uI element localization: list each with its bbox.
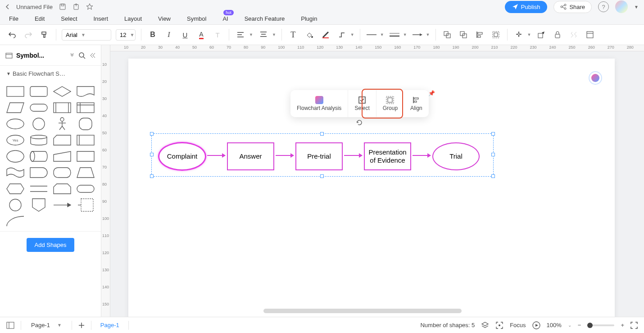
shape-display2[interactable] bbox=[52, 166, 72, 179]
menu-insert[interactable]: Insert bbox=[94, 15, 109, 22]
menu-edit[interactable]: Edit bbox=[35, 15, 45, 22]
menu-symbol[interactable]: Symbol bbox=[187, 15, 206, 22]
add-shapes-button[interactable]: Add Shapes bbox=[27, 238, 75, 252]
page-select[interactable]: Page-1▼ bbox=[27, 320, 65, 330]
group-icon[interactable] bbox=[490, 29, 502, 41]
menu-view[interactable]: View bbox=[158, 15, 171, 22]
shape-parallel[interactable] bbox=[29, 182, 49, 195]
publish-button[interactable]: Publish bbox=[505, 1, 548, 13]
shape-document[interactable] bbox=[76, 85, 95, 98]
ctx-align[interactable]: Align bbox=[404, 90, 429, 117]
shape-delay[interactable] bbox=[29, 166, 49, 179]
shape-manual-input[interactable] bbox=[52, 150, 72, 163]
shape-offpage[interactable] bbox=[29, 199, 49, 211]
shape-actor[interactable] bbox=[52, 118, 72, 130]
menu-plugin[interactable]: Plugin bbox=[301, 15, 317, 22]
menu-select[interactable]: Select bbox=[61, 15, 77, 22]
shape-trapezoid[interactable] bbox=[76, 166, 95, 179]
page-tab[interactable]: Page-1 bbox=[98, 322, 122, 328]
search-icon[interactable] bbox=[78, 52, 86, 59]
zoom-slider[interactable] bbox=[587, 324, 614, 326]
format-painter-icon[interactable] bbox=[39, 29, 50, 41]
menu-ai[interactable]: AI hot bbox=[222, 15, 228, 22]
zoom-out-icon[interactable]: − bbox=[578, 322, 581, 328]
shape-tape[interactable] bbox=[5, 166, 25, 179]
lock-icon[interactable] bbox=[552, 29, 563, 41]
shape-pill[interactable] bbox=[76, 182, 95, 195]
connector-icon[interactable] bbox=[336, 29, 348, 41]
shape-data[interactable] bbox=[5, 101, 25, 114]
ctx-flowchart-analysis[interactable]: Flowchart Analysis bbox=[290, 90, 348, 117]
text-tool-icon[interactable]: T bbox=[287, 29, 299, 41]
pin-icon[interactable]: 📌 bbox=[428, 90, 435, 96]
shape-annotation[interactable] bbox=[76, 199, 95, 211]
container-icon[interactable] bbox=[584, 29, 596, 41]
effects-icon[interactable] bbox=[513, 29, 525, 41]
arrow-1[interactable] bbox=[207, 155, 225, 156]
avatar-dropdown-icon[interactable]: ▼ bbox=[634, 5, 639, 9]
node-pretrial[interactable]: Pre-trial bbox=[295, 142, 343, 170]
shape-connector-circle[interactable] bbox=[5, 199, 25, 211]
edit-shape-icon[interactable] bbox=[535, 29, 547, 41]
shape-ellipse[interactable] bbox=[5, 118, 25, 130]
ctx-group[interactable]: Group bbox=[376, 90, 404, 117]
text-effects-icon[interactable]: T bbox=[212, 29, 223, 41]
bring-front-icon[interactable] bbox=[441, 29, 453, 41]
filename[interactable]: Unnamed File bbox=[16, 4, 53, 10]
fullscreen-icon[interactable] bbox=[630, 322, 638, 329]
shape-circle[interactable] bbox=[29, 118, 49, 130]
shape-arc[interactable] bbox=[5, 215, 25, 228]
shape-card[interactable] bbox=[52, 134, 72, 146]
zoom-value[interactable]: 100% bbox=[547, 322, 562, 328]
zoom-in-icon[interactable]: + bbox=[621, 322, 624, 328]
shape-decision[interactable] bbox=[52, 85, 72, 98]
node-answer[interactable]: Answer bbox=[227, 142, 274, 170]
outline-icon[interactable] bbox=[6, 322, 14, 329]
line-color-icon[interactable] bbox=[320, 29, 331, 41]
arrow-4[interactable] bbox=[413, 155, 431, 156]
arrow-style-icon[interactable] bbox=[412, 29, 423, 41]
ctx-select[interactable]: Select bbox=[348, 90, 376, 117]
italic-icon[interactable]: I bbox=[163, 29, 175, 41]
font-color-icon[interactable]: A bbox=[195, 29, 207, 41]
arrow-3[interactable] bbox=[344, 155, 362, 156]
user-avatar[interactable] bbox=[615, 0, 628, 13]
align-objects-icon[interactable] bbox=[474, 29, 485, 41]
share-button[interactable]: Share bbox=[553, 1, 592, 13]
redo-icon[interactable] bbox=[23, 29, 34, 41]
align-vertical-icon[interactable] bbox=[258, 29, 269, 41]
shape-internal-storage[interactable] bbox=[76, 101, 95, 114]
node-presentation[interactable]: Presentation of Evidence bbox=[364, 142, 411, 170]
arrow-2[interactable] bbox=[276, 155, 294, 156]
library-icon[interactable] bbox=[5, 52, 13, 59]
horizontal-scrollbar[interactable] bbox=[263, 309, 462, 313]
tools-icon[interactable] bbox=[568, 29, 580, 41]
line-style-icon[interactable] bbox=[366, 29, 377, 41]
shape-direct-data[interactable] bbox=[29, 150, 49, 163]
shape-manual-op[interactable] bbox=[76, 150, 95, 163]
shape-rounded-rect2[interactable] bbox=[76, 118, 95, 130]
bold-icon[interactable]: B bbox=[147, 29, 159, 41]
align-horizontal-icon[interactable] bbox=[235, 29, 246, 41]
add-page-icon[interactable] bbox=[78, 322, 85, 328]
focus-label[interactable]: Focus bbox=[510, 322, 526, 328]
sidebar-expand-icon[interactable] bbox=[69, 53, 75, 58]
star-icon[interactable] bbox=[86, 3, 93, 10]
focus-icon[interactable] bbox=[495, 321, 503, 329]
shape-preparation[interactable] bbox=[5, 182, 25, 195]
share-file-icon[interactable] bbox=[73, 3, 80, 10]
refresh-icon[interactable] bbox=[356, 119, 363, 126]
send-back-icon[interactable] bbox=[458, 29, 469, 41]
shape-process-rounded[interactable] bbox=[29, 85, 49, 98]
shape-loop-limit[interactable] bbox=[52, 182, 72, 195]
shape-terminator[interactable] bbox=[29, 101, 49, 114]
shape-display[interactable] bbox=[5, 150, 25, 163]
shape-predefined[interactable] bbox=[52, 101, 72, 114]
menu-layout[interactable]: Layout bbox=[124, 15, 142, 22]
library-section-title[interactable]: ▼Basic Flowchart S… bbox=[0, 66, 101, 82]
undo-icon[interactable] bbox=[6, 29, 18, 41]
help-icon[interactable]: ? bbox=[598, 1, 609, 12]
presentation-icon[interactable] bbox=[532, 321, 540, 329]
shape-database[interactable] bbox=[29, 134, 49, 146]
underline-icon[interactable]: U bbox=[179, 29, 191, 41]
